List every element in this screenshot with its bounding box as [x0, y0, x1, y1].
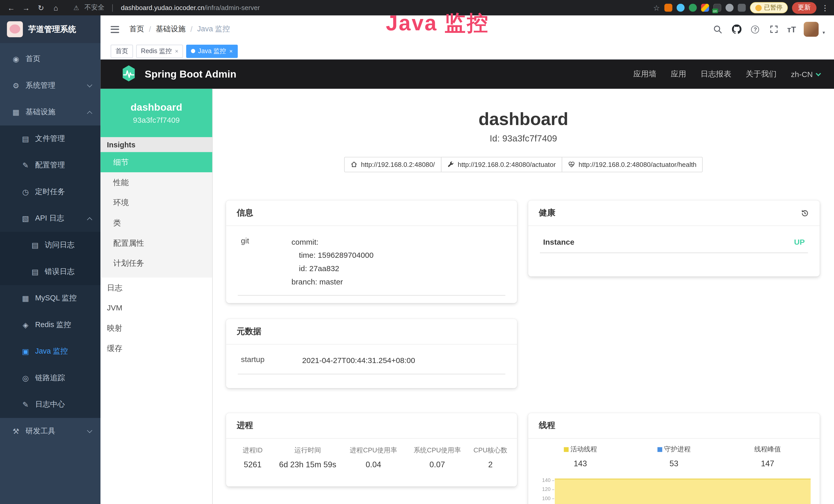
sidebar-item-trace[interactable]: ◎ 链路追踪 — [0, 365, 101, 392]
sba-item-details[interactable]: 细节 — [101, 152, 212, 172]
instance-id-subtitle: Id: 93a3fc7f7409 — [213, 134, 834, 144]
sidebar-item-infrastructure[interactable]: ▦ 基础设施 — [0, 99, 101, 125]
sba-nav-wall[interactable]: 应用墙 — [633, 69, 656, 79]
sidebar-item-label: 访问日志 — [45, 240, 74, 250]
sba-item-performance[interactable]: 性能 — [101, 172, 212, 192]
sba-item-logs[interactable]: 日志 — [101, 278, 212, 298]
security-label[interactable]: 不安全 — [85, 3, 105, 12]
reload-icon[interactable]: ↻ — [35, 2, 47, 14]
url-domain: dashboard.yudao.iocoder.cn — [121, 4, 204, 12]
health-url-link[interactable]: http://192.168.0.2:48080/actuator/health — [562, 157, 703, 172]
sidebar-item-home[interactable]: ◉ 首页 — [0, 46, 101, 72]
extension-icon[interactable] — [725, 4, 733, 12]
sidebar-item-label: Java 监控 — [35, 347, 68, 356]
sidebar-item-system-mgmt[interactable]: ⚙ 系统管理 — [0, 72, 101, 99]
browser-home-icon[interactable]: ⌂ — [50, 2, 62, 14]
tab-java-monitor[interactable]: Java 监控× — [186, 44, 238, 58]
y-tick: 100 — [542, 495, 551, 501]
sidebar-item-label: 日志中心 — [35, 400, 65, 409]
url-path: /infra/admin-server — [204, 4, 260, 12]
sidebar-item-log-center[interactable]: ✎ 日志中心 — [0, 391, 101, 418]
close-icon[interactable]: × — [229, 48, 233, 54]
sba-nav-journal[interactable]: 日志报表 — [700, 69, 731, 79]
bookmark-star-icon[interactable]: ☆ — [653, 3, 660, 12]
info-card: 信息 git commit: time: 1596289704000 id: 2… — [226, 201, 517, 303]
extension-icon[interactable] — [664, 4, 672, 12]
redis-icon: ◈ — [21, 321, 30, 329]
sidebar-item-label: 链路追踪 — [35, 373, 65, 383]
sidebar-item-error-log[interactable]: ▤ 错误日志 — [0, 258, 101, 285]
extension-icon[interactable] — [676, 4, 684, 12]
extension-icon[interactable] — [701, 4, 709, 12]
trace-icon: ◎ — [21, 374, 30, 382]
app-logo-icon — [7, 21, 23, 37]
app-sidebar: 芋道管理系统 ◉ 首页 ⚙ 系统管理 ▦ 基础设施 — [0, 16, 101, 504]
sba-brand-title[interactable]: Spring Boot Admin — [145, 68, 236, 80]
sidebar-item-java-monitor[interactable]: ▣ Java 监控 — [0, 338, 101, 365]
tab-home[interactable]: 首页 — [111, 44, 133, 58]
browser-update-button[interactable]: 更新 — [792, 2, 816, 14]
locale-label: zh-CN — [791, 70, 813, 78]
address-bar[interactable]: dashboard.yudao.iocoder.cn/infra/admin-s… — [121, 4, 260, 12]
sba-item-environment[interactable]: 环境 — [101, 192, 212, 213]
fold-sidebar-icon[interactable] — [110, 24, 120, 35]
instance-title: dashboard — [213, 109, 834, 130]
sidebar-item-config-mgmt[interactable]: ✎ 配置管理 — [0, 152, 101, 179]
extension-icon[interactable]: on — [713, 4, 721, 12]
sidebar-item-mysql-monitor[interactable]: ▦ MySQL 监控 — [0, 285, 101, 312]
threads-legend: 活动线程 143 守护进程 53 线程峰值 147 — [528, 438, 820, 468]
back-icon[interactable]: ← — [5, 2, 17, 14]
wrench-icon — [447, 161, 454, 168]
service-url-link[interactable]: http://192.168.0.2:48080/ — [344, 157, 441, 172]
process-col-header: CPU核心数 — [469, 446, 512, 455]
locale-select[interactable]: zh-CN — [791, 70, 820, 78]
metadata-card-title: 元数据 — [226, 319, 517, 345]
tab-redis-monitor[interactable]: Redis 监控× — [136, 44, 183, 58]
user-menu-caret-icon[interactable]: ▾ — [823, 30, 825, 37]
forward-icon[interactable]: → — [20, 2, 32, 14]
close-icon[interactable]: × — [175, 48, 178, 54]
user-avatar[interactable] — [804, 22, 819, 37]
error-log-icon: ▤ — [31, 268, 39, 276]
fullscreen-icon[interactable] — [768, 24, 779, 35]
sidebar-item-label: Redis 监控 — [35, 320, 71, 330]
actuator-url-link[interactable]: http://192.168.0.2:48080/actuator — [441, 157, 562, 172]
sidebar-item-scheduled-tasks[interactable]: ◷ 定时任务 — [0, 179, 101, 205]
profile-paused-badge[interactable]: 已暂停 — [750, 2, 788, 13]
sidebar-item-dev-tools[interactable]: ⚒ 研发工具 — [0, 418, 101, 445]
sidebar-item-api-logs[interactable]: ▧ API 日志 — [0, 205, 101, 232]
sidebar-item-redis-monitor[interactable]: ◈ Redis 监控 — [0, 312, 101, 338]
breadcrumb-item-home[interactable]: 首页 — [129, 24, 144, 34]
info-value: commit: time: 1596289704000 id: 27aa832 … — [291, 235, 502, 289]
sidebar-item-label: 文件管理 — [35, 134, 65, 143]
metadata-card: 元数据 startup 2021-04-27T00:44:31.254+08:0… — [226, 319, 517, 388]
app-logo[interactable]: 芋道管理系统 — [0, 16, 101, 43]
address-separator — [112, 4, 113, 12]
history-icon[interactable] — [800, 209, 809, 217]
sidebar-item-file-mgmt[interactable]: ▤ 文件管理 — [0, 125, 101, 152]
help-icon[interactable]: ? — [750, 24, 761, 35]
sba-item-config-props[interactable]: 配置属性 — [101, 233, 212, 253]
extensions-puzzle-icon[interactable] — [738, 4, 745, 12]
github-icon[interactable] — [731, 24, 742, 35]
sidebar-item-access-log[interactable]: ▤ 访问日志 — [0, 232, 101, 258]
sba-item-caches[interactable]: 缓存 — [101, 338, 212, 359]
sba-item-jvm[interactable]: JVM — [101, 298, 212, 318]
search-icon[interactable] — [713, 24, 723, 35]
breadcrumb-item-infrastructure[interactable]: 基础设施 — [156, 24, 186, 34]
sba-nav-applications[interactable]: 应用 — [671, 69, 686, 79]
health-instance-row[interactable]: Instance UP — [540, 232, 808, 253]
instance-header[interactable]: dashboard 93a3fc7f7409 — [101, 89, 212, 137]
sba-nav-about[interactable]: 关于我们 — [746, 69, 776, 79]
link-label: http://192.168.0.2:48080/actuator — [458, 161, 555, 168]
sba-item-mappings[interactable]: 映射 — [101, 318, 212, 338]
sba-navbar: Spring Boot Admin 应用墙 应用 日志报表 关于我们 zh-CN — [101, 60, 834, 89]
sba-logo-icon[interactable] — [120, 64, 138, 85]
sba-item-scheduled-tasks[interactable]: 计划任务 — [101, 253, 212, 273]
sidebar-item-label: 系统管理 — [25, 81, 55, 90]
threads-chart[interactable]: 140 120 100 — [528, 477, 820, 504]
sba-item-classes[interactable]: 类 — [101, 212, 212, 233]
browser-menu-icon[interactable]: ⋮ — [821, 3, 829, 12]
font-size-icon[interactable]: тT — [787, 24, 796, 35]
extension-icon[interactable] — [688, 4, 697, 12]
